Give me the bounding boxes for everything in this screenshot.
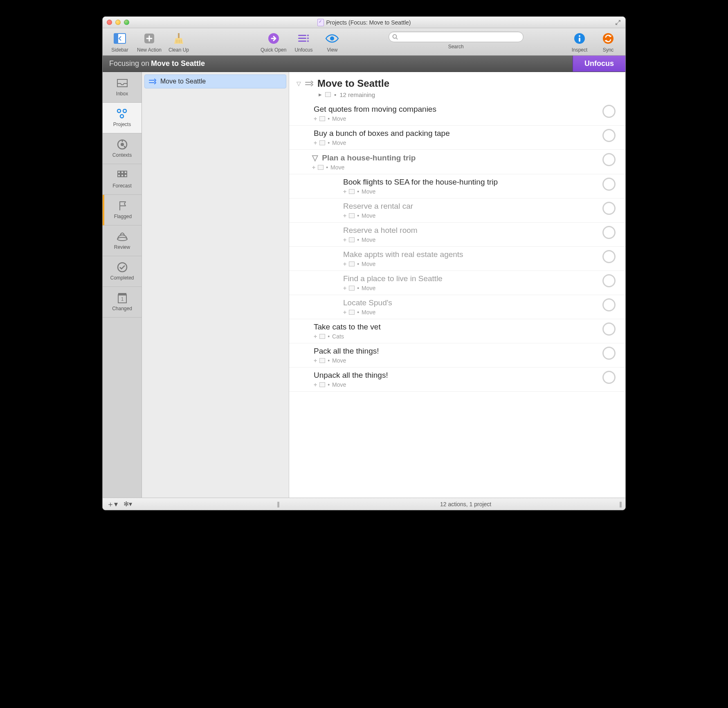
sync-button[interactable]: Sync xyxy=(597,32,620,53)
disclosure-triangle-icon[interactable]: ▽ xyxy=(312,153,320,162)
perspective-inbox[interactable]: Inbox xyxy=(103,72,142,103)
task-checkbox[interactable] xyxy=(602,298,616,311)
perspective-contexts[interactable]: Contexts xyxy=(103,133,142,164)
resize-handle-right-icon[interactable]: ||| xyxy=(619,501,621,507)
unfocus-toolbar-button[interactable]: Unfocus xyxy=(292,32,315,53)
quick-open-button[interactable]: Quick Open xyxy=(261,32,286,53)
task-checkbox[interactable] xyxy=(602,322,616,336)
fullscreen-button[interactable] xyxy=(615,19,621,26)
view-button[interactable]: View xyxy=(321,32,344,53)
new-action-button[interactable]: New Action xyxy=(137,32,162,53)
task-row[interactable]: Make appts with real estate agents+•Move xyxy=(289,247,625,271)
note-icon[interactable] xyxy=(325,92,331,97)
task-context[interactable]: Move xyxy=(362,237,375,243)
minimize-window-button[interactable] xyxy=(115,20,121,25)
task-row[interactable]: Reserve a rental car+•Move xyxy=(289,198,625,223)
resize-handle-left-icon[interactable]: ||| xyxy=(277,501,279,507)
svg-point-17 xyxy=(117,109,121,113)
add-menu-button[interactable]: ＋▾ xyxy=(107,499,118,509)
task-checkbox[interactable] xyxy=(602,371,616,384)
note-icon[interactable] xyxy=(349,237,355,242)
task-row[interactable]: Buy a bunch of boxes and packing tape+•M… xyxy=(289,126,625,150)
note-icon[interactable] xyxy=(318,165,324,170)
close-window-button[interactable] xyxy=(107,20,112,25)
task-context[interactable]: Move xyxy=(332,140,346,146)
perspective-flagged[interactable]: Flagged xyxy=(103,195,142,225)
note-icon[interactable] xyxy=(349,310,355,315)
search-input[interactable] xyxy=(400,34,520,40)
svg-point-10 xyxy=(307,41,309,42)
task-context[interactable]: Move xyxy=(332,381,346,388)
note-icon[interactable] xyxy=(349,189,355,194)
sidebar-project-selected[interactable]: Move to Seattle xyxy=(144,74,286,88)
perspective-changed[interactable]: 1 Changed xyxy=(103,287,142,318)
note-icon[interactable] xyxy=(319,116,325,121)
task-row[interactable]: Pack all the things!+•Move xyxy=(289,343,625,368)
expand-arrow-icon[interactable]: ▸ xyxy=(319,91,322,98)
svg-point-18 xyxy=(123,109,126,113)
toolbar: Sidebar New Action Clean Up Quick Open U… xyxy=(103,28,625,56)
add-note-icon[interactable]: + xyxy=(343,188,346,195)
svg-rect-31 xyxy=(118,293,126,295)
add-note-icon[interactable]: + xyxy=(343,261,346,267)
task-context[interactable]: Move xyxy=(332,115,346,122)
task-context[interactable]: Move xyxy=(362,261,375,267)
unfocus-button[interactable]: Unfocus xyxy=(573,56,625,72)
task-context[interactable]: Move xyxy=(362,285,375,291)
task-checkbox[interactable] xyxy=(602,202,616,215)
add-note-icon[interactable]: + xyxy=(343,309,346,316)
task-context[interactable]: Move xyxy=(362,212,375,219)
task-row[interactable]: Find a place to live in Seattle+•Move xyxy=(289,271,625,295)
search-field[interactable] xyxy=(389,32,524,42)
perspective-projects[interactable]: Projects xyxy=(103,103,142,133)
note-icon[interactable] xyxy=(319,382,325,387)
disclosure-triangle-icon[interactable]: ▽ xyxy=(297,80,301,87)
note-icon[interactable] xyxy=(319,358,325,363)
task-row[interactable]: ▽ Plan a house-hunting trip+•Move xyxy=(289,150,625,174)
task-row[interactable]: Get quotes from moving companies+•Move xyxy=(289,101,625,126)
task-context[interactable]: Move xyxy=(332,357,346,364)
task-checkbox[interactable] xyxy=(602,347,616,360)
note-icon[interactable] xyxy=(349,262,355,266)
task-checkbox[interactable] xyxy=(602,129,616,142)
task-row[interactable]: Locate Spud's+•Move xyxy=(289,295,625,319)
outline-project-title[interactable]: Move to Seattle xyxy=(317,78,389,89)
task-checkbox[interactable] xyxy=(602,178,616,191)
sidebar-button[interactable]: Sidebar xyxy=(108,32,131,53)
perspective-forecast[interactable]: Forecast xyxy=(103,164,142,195)
note-icon[interactable] xyxy=(319,334,325,339)
perspective-tabs: Inbox Projects Contexts Forecast Flagged… xyxy=(103,72,142,498)
note-icon[interactable] xyxy=(349,213,355,218)
note-icon[interactable] xyxy=(319,140,325,145)
task-checkbox[interactable] xyxy=(602,153,616,166)
note-icon[interactable] xyxy=(349,286,355,291)
task-context[interactable]: Move xyxy=(330,164,344,171)
zoom-window-button[interactable] xyxy=(124,20,129,25)
add-note-icon[interactable]: + xyxy=(314,357,317,364)
task-checkbox[interactable] xyxy=(602,226,616,239)
add-note-icon[interactable]: + xyxy=(314,333,317,340)
inspect-button[interactable]: Inspect xyxy=(568,32,591,53)
task-title: Buy a bunch of boxes and packing tape xyxy=(314,129,598,138)
clean-up-button[interactable]: Clean Up xyxy=(167,32,190,53)
add-note-icon[interactable]: + xyxy=(343,285,346,291)
add-note-icon[interactable]: + xyxy=(312,164,315,171)
task-checkbox[interactable] xyxy=(602,274,616,287)
add-note-icon[interactable]: + xyxy=(314,381,317,388)
task-row[interactable]: Reserve a hotel room+•Move xyxy=(289,223,625,247)
task-context[interactable]: Cats xyxy=(332,333,344,340)
add-note-icon[interactable]: + xyxy=(343,237,346,243)
add-note-icon[interactable]: + xyxy=(314,115,317,122)
task-row[interactable]: Unpack all the things!+•Move xyxy=(289,368,625,392)
task-row[interactable]: Take cats to the vet+•Cats xyxy=(289,319,625,343)
add-note-icon[interactable]: + xyxy=(343,212,346,219)
task-row[interactable]: Book flights to SEA for the house-huntin… xyxy=(289,174,625,198)
task-checkbox[interactable] xyxy=(602,250,616,263)
perspective-completed[interactable]: Completed xyxy=(103,256,142,287)
task-context[interactable]: Move xyxy=(362,188,375,195)
task-checkbox[interactable] xyxy=(602,105,616,118)
task-context[interactable]: Move xyxy=(362,309,375,316)
perspective-review[interactable]: Review xyxy=(103,225,142,256)
gear-menu-button[interactable]: ✻▾ xyxy=(124,500,132,508)
add-note-icon[interactable]: + xyxy=(314,140,317,146)
